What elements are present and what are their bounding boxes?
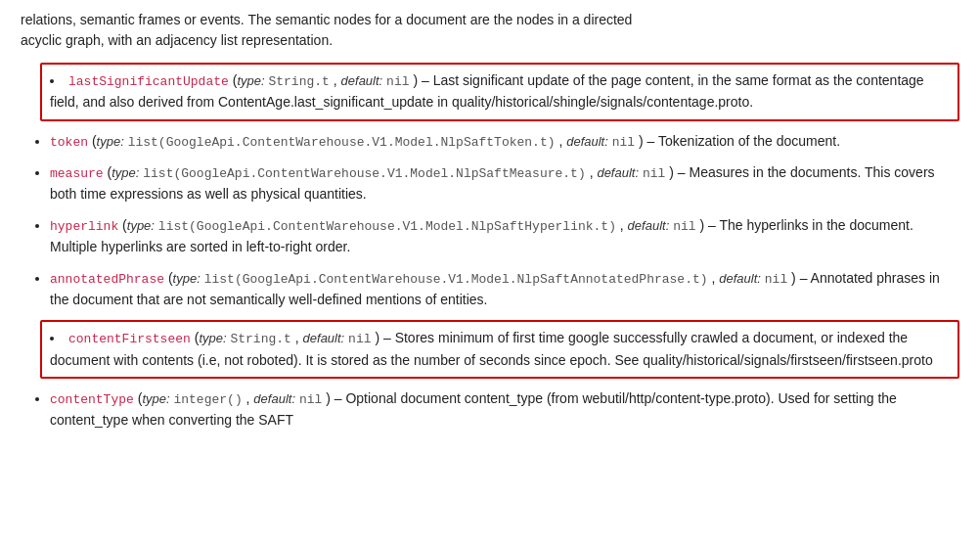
- field-name-annotatedPhrase: annotatedPhrase: [50, 272, 164, 287]
- default-value-3: nil: [643, 166, 665, 181]
- paren-close-6: ) –: [375, 330, 390, 345]
- default-value-7: nil: [299, 392, 322, 407]
- comma-1: ,: [334, 72, 341, 88]
- intro-line1: relations, semantic frames or events. Th…: [21, 12, 632, 27]
- list-item-annotatedPhrase: annotatedPhrase (type: list(GoogleApi.Co…: [50, 268, 959, 311]
- list-item-contentFirstseen: contentFirstseen (type: String.t , defau…: [40, 320, 959, 379]
- type-label-3: type:: [111, 165, 139, 180]
- default-value-2: nil: [612, 135, 635, 150]
- default-label-1: default:: [341, 73, 383, 88]
- type-label-2: type:: [97, 134, 124, 149]
- default-label-4: default:: [628, 218, 670, 233]
- type-label-7: type:: [142, 391, 169, 406]
- type-label-4: type:: [127, 218, 155, 233]
- field-name-token: token: [50, 135, 88, 150]
- field-name-contentFirstseen: contentFirstseen: [68, 332, 191, 346]
- field-name-hyperlink: hyperlink: [50, 219, 118, 234]
- field-name-measure: measure: [50, 166, 104, 181]
- paren-close-7: ) –: [326, 390, 341, 406]
- paren-close-5: ) –: [791, 270, 807, 286]
- type-value-2: list(GoogleApi.ContentWarehouse.V1.Model…: [128, 135, 556, 150]
- comma-6: ,: [295, 330, 303, 345]
- type-value-6: String.t: [230, 332, 290, 346]
- paren-close-2: ) –: [639, 133, 654, 149]
- type-label-1: type:: [237, 73, 264, 88]
- type-label-6: type:: [199, 331, 226, 345]
- default-value-5: nil: [765, 272, 787, 287]
- desc-token: Tokenization of the document.: [658, 133, 840, 149]
- type-value-1: String.t: [268, 74, 329, 89]
- type-value-7: integer(): [173, 392, 242, 407]
- type-label-5: type:: [173, 271, 200, 286]
- default-value-4: nil: [673, 219, 695, 234]
- list-item-measure: measure (type: list(GoogleApi.ContentWar…: [50, 162, 959, 205]
- default-label-3: default:: [597, 165, 639, 180]
- default-value-6: nil: [348, 332, 371, 346]
- list-item-lastSignificantUpdate: lastSignificantUpdate (type: String.t , …: [40, 63, 959, 121]
- default-label-5: default:: [719, 271, 761, 286]
- paren-close-3: ) –: [669, 164, 685, 180]
- list-item-contentType: contentType (type: integer() , default: …: [50, 388, 959, 432]
- content-area: relations, semantic frames or events. Th…: [21, 10, 959, 432]
- field-list: lastSignificantUpdate (type: String.t , …: [21, 63, 959, 432]
- type-value-3: list(GoogleApi.ContentWarehouse.V1.Model…: [143, 166, 585, 181]
- field-name-contentType: contentType: [50, 392, 134, 407]
- type-value-5: list(GoogleApi.ContentWarehouse.V1.Model…: [204, 272, 708, 287]
- type-value-4: list(GoogleApi.ContentWarehouse.V1.Model…: [158, 219, 616, 234]
- field-name-lastSignificantUpdate: lastSignificantUpdate: [68, 74, 229, 89]
- paren-close-1: ) –: [413, 72, 428, 88]
- paren-close-4: ) –: [699, 217, 715, 233]
- list-item-hyperlink: hyperlink (type: list(GoogleApi.ContentW…: [50, 215, 959, 258]
- default-label-6: default:: [303, 331, 345, 345]
- intro-line2: acyclic graph, with an adjacency list re…: [21, 32, 333, 48]
- list-item-token: token (type: list(GoogleApi.ContentWareh…: [50, 131, 959, 153]
- default-label-7: default:: [253, 391, 295, 406]
- default-value-1: nil: [386, 74, 409, 89]
- default-label-2: default:: [566, 134, 608, 149]
- intro-paragraph: relations, semantic frames or events. Th…: [21, 10, 959, 51]
- comma-4: ,: [620, 217, 628, 233]
